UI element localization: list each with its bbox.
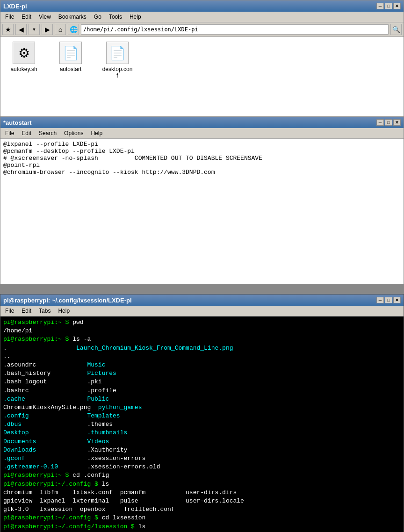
fm-minimize-btn[interactable]: ─ <box>376 3 384 9</box>
fm-menu-bookmarks[interactable]: Bookmarks <box>56 13 89 21</box>
terminal-menu-file[interactable]: File <box>2 307 17 315</box>
autokey-icon: ⚙ <box>13 42 35 64</box>
autokey-label: autokey.sh <box>10 66 37 72</box>
terminal-title: pi@raspberrypi: ~/.config/lxsession/LXDE… <box>3 297 132 304</box>
fm-menu-file[interactable]: File <box>2 13 17 21</box>
fm-menu-help[interactable]: Help <box>127 13 144 21</box>
fm-menu-bar: File Edit View Bookmarks Go Tools Help <box>0 12 404 22</box>
fm-maximize-btn[interactable]: □ <box>385 3 392 9</box>
terminal-close-btn[interactable]: ✕ <box>393 297 401 303</box>
fm-toolbar: ★ ◀ ▼ ▶ ⌂ 🌐 🔍 <box>0 22 404 37</box>
fm-menu-edit[interactable]: Edit <box>19 13 34 21</box>
fm-menu-tools[interactable]: Tools <box>106 13 125 21</box>
editor-menu-search[interactable]: Search <box>36 129 59 137</box>
terminal-maximize-btn[interactable]: □ <box>385 297 392 303</box>
desktop-conf-label: desktop.conf <box>102 66 133 79</box>
terminal-titlebar: pi@raspberrypi: ~/.config/lxsession/LXDE… <box>0 295 404 306</box>
back-dropdown-btn[interactable]: ▼ <box>29 24 40 35</box>
fm-titlebar-buttons: ─ □ ✕ <box>376 3 401 9</box>
terminal-window: pi@raspberrypi: ~/.config/lxsession/LXDE… <box>0 294 404 532</box>
fm-title: LXDE-pi <box>3 3 27 10</box>
autostart-label: autostart <box>60 66 82 72</box>
home-btn[interactable]: ⌂ <box>55 24 66 35</box>
editor-titlebar-buttons: ─ □ ✕ <box>376 119 401 126</box>
editor-window: *autostart ─ □ ✕ File Edit Search Option… <box>0 116 404 284</box>
editor-menu-options[interactable]: Options <box>61 129 86 137</box>
terminal-minimize-btn[interactable]: ─ <box>376 297 384 303</box>
back-btn[interactable]: ◀ <box>15 24 27 35</box>
desktop-conf-icon: 📄 <box>106 42 129 64</box>
forward-btn[interactable]: ▶ <box>42 24 53 35</box>
editor-maximize-btn[interactable]: □ <box>385 119 392 126</box>
terminal-menu-edit[interactable]: Edit <box>19 307 34 315</box>
editor-title: *autostart <box>3 119 32 126</box>
terminal-menu-bar: File Edit Tabs Help <box>0 306 404 316</box>
terminal-titlebar-buttons: ─ □ ✕ <box>376 297 401 303</box>
address-bar[interactable] <box>81 24 389 35</box>
autostart-icon: 📄 <box>59 42 82 64</box>
editor-menu-file[interactable]: File <box>2 129 17 137</box>
bookmark-btn[interactable]: ★ <box>2 24 14 35</box>
file-item-desktop-conf[interactable]: 📄 desktop.conf <box>99 42 136 79</box>
editor-menu-help[interactable]: Help <box>88 129 105 137</box>
fm-close-btn[interactable]: ✕ <box>393 3 401 9</box>
editor-content[interactable]: @lxpanel --profile LXDE-pi @pcmanfm --de… <box>0 139 404 284</box>
fm-menu-go[interactable]: Go <box>91 13 104 21</box>
fm-menu-view[interactable]: View <box>36 13 54 21</box>
editor-menu-edit[interactable]: Edit <box>19 129 34 137</box>
editor-titlebar: *autostart ─ □ ✕ <box>0 117 404 128</box>
editor-minimize-btn[interactable]: ─ <box>376 119 384 126</box>
editor-close-btn[interactable]: ✕ <box>393 119 401 126</box>
fm-titlebar: LXDE-pi ─ □ ✕ <box>0 0 404 12</box>
editor-menu-bar: File Edit Search Options Help <box>0 128 404 139</box>
terminal-menu-tabs[interactable]: Tabs <box>36 307 53 315</box>
file-item-autokey[interactable]: ⚙ autokey.sh <box>5 42 43 72</box>
globe-btn[interactable]: 🌐 <box>68 24 79 35</box>
terminal-menu-help[interactable]: Help <box>55 307 72 315</box>
file-item-autostart[interactable]: 📄 autostart <box>52 42 89 72</box>
terminal-content[interactable]: pi@raspberrypi:~ $ pwd /home/pi pi@raspb… <box>0 316 404 532</box>
search-btn[interactable]: 🔍 <box>390 24 402 35</box>
